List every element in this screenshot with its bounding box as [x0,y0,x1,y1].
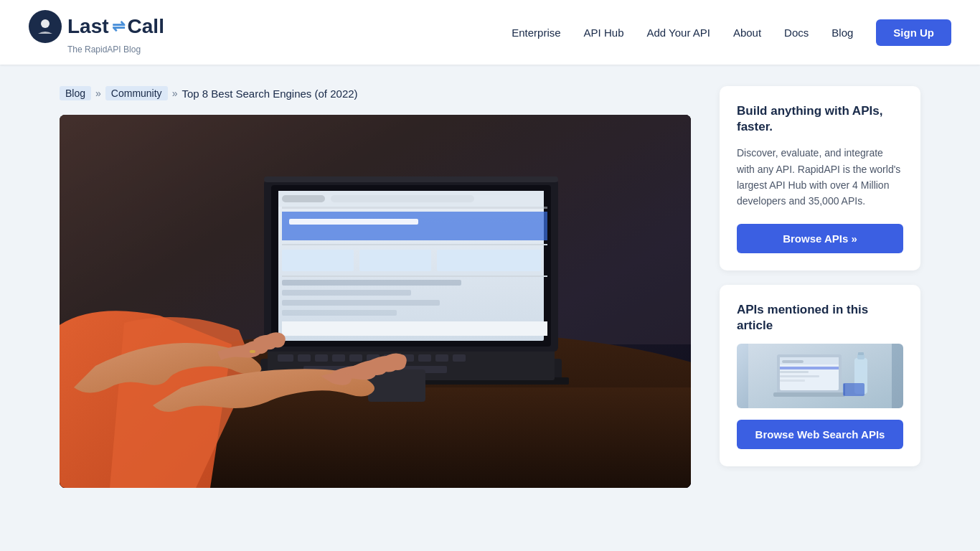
logo-text: Last⇌Call [67,15,164,38]
svg-rect-49 [282,300,440,306]
sidebar-card-apis: APIs mentioned in this article [720,285,920,466]
svg-rect-23 [332,354,345,362]
breadcrumb: Blog » Community » Top 8 Best Search Eng… [60,86,691,100]
signup-button[interactable]: Sign Up [876,19,951,46]
svg-rect-41 [289,219,418,225]
svg-rect-53 [250,350,255,353]
svg-rect-37 [282,195,325,202]
svg-rect-24 [349,354,362,362]
main-content: Blog » Community » Top 8 Best Search Eng… [60,86,691,488]
svg-rect-59 [780,367,839,369]
svg-rect-43 [282,250,354,271]
svg-point-0 [41,19,50,28]
svg-rect-61 [780,375,819,377]
sidebar: Build anything with APIs, faster. Discov… [720,86,920,466]
hero-illustration [60,115,691,488]
svg-rect-29 [435,354,448,362]
sidebar-build-description: Discover, evaluate, and integrate with a… [737,145,903,209]
svg-rect-52 [264,176,558,182]
nav-enterprise[interactable]: Enterprise [512,27,560,39]
breadcrumb-community[interactable]: Community [105,86,168,100]
sidebar-build-title: Build anything with APIs, faster. [737,103,903,135]
apis-image [737,344,903,408]
svg-rect-67 [843,383,864,396]
nav-docs[interactable]: Docs [784,27,809,39]
browse-web-search-apis-button[interactable]: Browse Web Search APIs [737,420,903,449]
svg-rect-51 [282,321,547,336]
svg-rect-58 [782,360,804,363]
svg-rect-42 [282,244,547,245]
breadcrumb-current: Top 8 Best Search Engines (of 2022) [182,88,357,100]
svg-rect-30 [453,354,466,362]
svg-rect-60 [780,371,809,373]
svg-rect-45 [437,250,541,271]
breadcrumb-blog[interactable]: Blog [60,86,91,100]
nav-blog[interactable]: Blog [831,27,853,39]
svg-rect-68 [844,384,845,395]
logo-area[interactable]: Last⇌Call The RapidAPI Blog [29,10,164,55]
breadcrumb-sep2: » [172,88,178,99]
svg-rect-50 [282,310,397,316]
page-container: Blog » Community » Top 8 Best Search Eng… [31,65,949,509]
logo-icon [29,10,62,43]
article-hero-image [60,115,691,488]
breadcrumb-sep1: » [95,88,101,99]
browse-apis-button[interactable]: Browse APIs » [737,224,903,253]
svg-rect-21 [298,354,311,362]
logo-subtitle: The RapidAPI Blog [67,44,141,55]
svg-rect-40 [282,212,547,240]
nav-api-hub[interactable]: API Hub [584,27,624,39]
svg-rect-38 [331,195,474,202]
svg-rect-20 [278,354,293,362]
svg-rect-62 [780,380,805,382]
svg-rect-39 [282,207,547,209]
main-nav: Enterprise API Hub Add Your API About Do… [512,19,951,46]
svg-rect-28 [418,354,431,362]
svg-rect-66 [858,352,864,355]
sidebar-apis-title: APIs mentioned in this article [737,302,903,334]
site-header: Last⇌Call The RapidAPI Blog Enterprise A… [0,0,980,65]
apis-preview-illustration [748,344,892,408]
svg-rect-46 [282,276,547,277]
sidebar-card-build: Build anything with APIs, faster. Discov… [720,86,920,270]
nav-add-api[interactable]: Add Your API [646,27,710,39]
svg-rect-63 [773,392,845,397]
svg-rect-22 [315,354,328,362]
svg-rect-44 [359,250,431,271]
nav-about[interactable]: About [733,27,761,39]
svg-rect-48 [282,290,411,296]
svg-rect-47 [282,280,461,286]
